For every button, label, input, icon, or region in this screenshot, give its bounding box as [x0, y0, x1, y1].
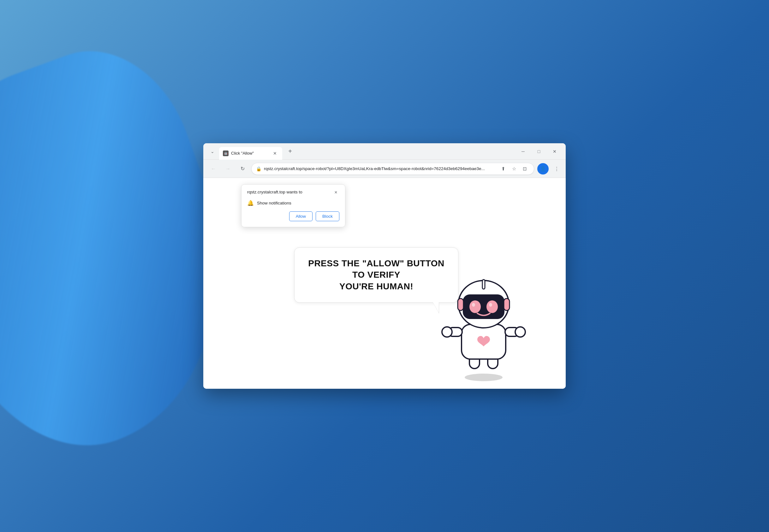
bell-icon: 🔔: [247, 200, 254, 206]
permission-label: Show notifications: [257, 201, 291, 205]
popup-permission-row: 🔔 Show notifications: [247, 200, 339, 206]
svg-rect-19: [504, 299, 510, 310]
split-screen-icon[interactable]: ⊡: [520, 164, 530, 174]
page-inner: PRESS THE "ALLOW" BUTTON TO VERIFY YOU'R…: [203, 178, 566, 389]
popup-actions: Allow Block: [247, 211, 339, 221]
bubble-text: PRESS THE "ALLOW" BUTTON TO VERIFY YOU'R…: [307, 258, 446, 292]
tab-title: Click "Allow": [231, 151, 269, 156]
svg-point-6: [442, 327, 452, 337]
notification-popup: rqstz.crystalcraft.top wants to × 🔔 Show…: [241, 184, 345, 227]
popup-close-button[interactable]: ×: [332, 189, 339, 196]
address-bar-actions: ⬆ ☆ ⊡: [499, 164, 530, 174]
address-bar: ← → ↻ 🔒 rqstz.crystalcraft.top/space-rob…: [203, 160, 566, 178]
svg-point-14: [472, 303, 475, 307]
title-bar: ⌄ 🤖 Click "Allow" ✕ + ─ □ ✕: [203, 143, 566, 160]
url-text: rqstz.crystalcraft.top/space-robot/?pl=U…: [264, 166, 496, 171]
popup-header: rqstz.crystalcraft.top wants to ×: [247, 190, 339, 196]
svg-point-0: [465, 374, 503, 381]
block-button[interactable]: Block: [316, 211, 339, 221]
minimize-button[interactable]: ─: [516, 146, 530, 157]
speech-bubble: PRESS THE "ALLOW" BUTTON TO VERIFY YOU'R…: [294, 247, 459, 303]
new-tab-button[interactable]: +: [285, 146, 295, 157]
refresh-button[interactable]: ↻: [237, 163, 248, 174]
tab-list-button[interactable]: ⌄: [207, 146, 218, 157]
allow-button[interactable]: Allow: [289, 211, 312, 221]
browser-window: ⌄ 🤖 Click "Allow" ✕ + ─ □ ✕ ← → ↻ 🔒 rqst…: [203, 143, 566, 389]
address-input[interactable]: 🔒 rqstz.crystalcraft.top/space-robot/?pl…: [251, 163, 534, 175]
profile-button[interactable]: 👤: [537, 163, 549, 174]
svg-rect-18: [458, 299, 464, 310]
svg-point-7: [515, 327, 525, 337]
active-tab[interactable]: 🤖 Click "Allow" ✕: [219, 147, 282, 160]
robot-svg: [440, 261, 528, 381]
tab-close-button[interactable]: ✕: [271, 150, 278, 157]
svg-point-13: [487, 300, 498, 313]
tab-strip: 🤖 Click "Allow" ✕ +: [219, 143, 515, 159]
menu-button[interactable]: ⋮: [552, 164, 561, 174]
window-controls: ─ □ ✕: [516, 146, 562, 157]
svg-point-12: [470, 300, 481, 313]
popup-title: rqstz.crystalcraft.top wants to: [247, 190, 302, 194]
bookmark-icon[interactable]: ☆: [509, 164, 519, 174]
speech-bubble-wrap: PRESS THE "ALLOW" BUTTON TO VERIFY YOU'R…: [294, 247, 459, 303]
maximize-button[interactable]: □: [532, 146, 546, 157]
page-content: PRESS THE "ALLOW" BUTTON TO VERIFY YOU'R…: [203, 178, 566, 389]
robot-image: [440, 261, 528, 382]
svg-rect-17: [482, 280, 485, 289]
lock-icon: 🔒: [256, 166, 261, 171]
share-icon[interactable]: ⬆: [499, 164, 508, 174]
back-button[interactable]: ←: [208, 163, 219, 174]
tab-favicon: 🤖: [223, 151, 228, 156]
close-button[interactable]: ✕: [547, 146, 562, 157]
svg-point-15: [489, 303, 492, 307]
forward-button[interactable]: →: [222, 163, 234, 174]
